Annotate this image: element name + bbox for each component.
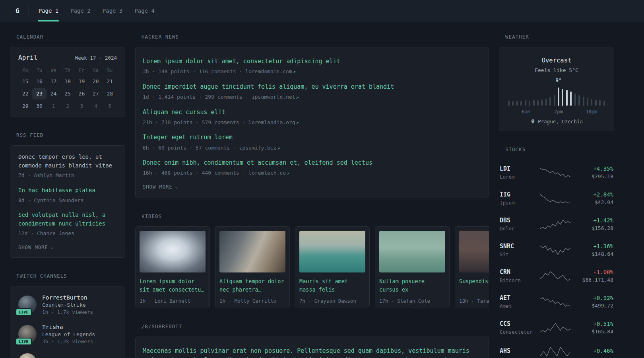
twitch-channel[interactable]: KendallCarr (18, 353, 117, 358)
calendar-weekday-row: MoTuWeThFrSaSu (18, 68, 117, 73)
stock-row[interactable]: DBS Dolor +1.42% $156.28 (500, 211, 613, 237)
hn-item-title[interactable]: Lorem ipsum dolor sit amet, consectetur … (143, 57, 481, 66)
video-title[interactable]: Lorem ipsum dolor sit amet consectetu… (140, 277, 206, 294)
channel-game: Counter-Strike (42, 302, 93, 308)
weather-bar (599, 100, 601, 106)
weather-bar (541, 99, 543, 106)
video-title[interactable]: Aliquam tempor dolor nec pharetra… (219, 277, 285, 294)
tab-page-4[interactable]: Page 4 (128, 0, 161, 21)
calendar-day: 23 (32, 88, 46, 99)
stock-values: +0.92% $499.72 (574, 295, 613, 309)
stock-name: Bitcorn (500, 277, 537, 283)
hn-item-title[interactable]: Donec imperdiet augue tincidunt felis al… (143, 82, 481, 91)
stock-values: +0.51% $165.84 (574, 321, 613, 335)
stock-price: $156.28 (574, 225, 613, 231)
stock-row[interactable]: AET Amet +0.92% $499.72 (500, 289, 613, 315)
hn-item-domain-link[interactable]: loremdomain.com↗ (245, 68, 296, 74)
calendar-day: 30 (32, 100, 46, 112)
hn-item-domain-link[interactable]: ipsumify.biz↗ (239, 145, 280, 151)
stock-symbol: AHS (500, 347, 537, 354)
weather-bar (533, 100, 535, 106)
stock-sparkline (540, 245, 570, 256)
weather-bar (549, 97, 551, 106)
stock-row[interactable]: IIG Ipsum +2.84% $42.04 (500, 185, 613, 211)
video-card[interactable]: Aliquam tempor dolor nec pharetra… 1h · … (215, 226, 290, 308)
hn-item-title[interactable]: Integer eget rutrum lorem (143, 133, 481, 142)
stock-name: Amet (500, 303, 537, 309)
channel-info: ForrestBurton Counter-Strike 1h · 1.7k v… (42, 294, 93, 315)
stock-price: $42.04 (574, 199, 613, 205)
twitch-channel[interactable]: LIVE ForrestBurton Counter-Strike 1h · 1… (18, 294, 117, 315)
calendar-day: 3 (75, 100, 89, 112)
stock-price: $148.64 (574, 251, 613, 257)
twitch-card: LIVE ForrestBurton Counter-Strike 1h · 1… (10, 286, 125, 358)
stock-sparkline (540, 346, 570, 357)
video-thumbnail[interactable] (379, 231, 445, 272)
video-card[interactable]: Mauris sit amet massa felis 7h · Grayson… (295, 226, 370, 308)
rss-show-more-button[interactable]: SHOW MORE ⌄ (18, 244, 54, 250)
stock-sparkline (540, 296, 570, 307)
stock-row[interactable]: CRN Bitcorn -1.00% $66,171.48 (500, 263, 613, 289)
stock-name: Ipsum (500, 200, 537, 206)
video-thumbnail[interactable] (459, 231, 489, 272)
center-column: HACKER NEWS Lorem ipsum dolor sit amet, … (135, 34, 489, 358)
weather-feels-like: Feels like 5°C (506, 67, 607, 73)
tab-page-1[interactable]: Page 1 (33, 0, 65, 21)
calendar-day: 27 (89, 88, 103, 99)
stock-sparkline (540, 193, 570, 204)
video-title[interactable]: Suspendisse diam (459, 277, 489, 294)
hn-item-domain-link[interactable]: loremtech.co↗ (248, 170, 289, 176)
hn-show-more-button[interactable]: SHOW MORE ⌄ (143, 184, 178, 190)
tab-page-3[interactable]: Page 3 (97, 0, 129, 21)
video-title[interactable]: Nullam posuere cursus ex (379, 277, 445, 294)
stock-row[interactable]: CCS Consectetur +0.51% $165.84 (500, 315, 613, 340)
live-badge: LIVE (16, 338, 32, 345)
video-meta: 7h · Grayson Dawson (299, 298, 365, 304)
stock-change: +0.51% (574, 321, 613, 327)
calendar-day: 4 (89, 100, 103, 112)
tab-page-2[interactable]: Page 2 (64, 0, 97, 21)
stock-row[interactable]: AHS +0.46% (500, 340, 613, 358)
weather-bar (525, 100, 526, 106)
weather-bar (570, 91, 572, 106)
weather-bar (587, 98, 588, 106)
stock-row[interactable]: SNRC Sit +1.36% $148.64 (500, 237, 613, 263)
stock-name: Dolor (500, 226, 537, 232)
video-thumbnail[interactable] (299, 231, 365, 272)
weather-hourly-chart: 9° 6am 2pm 10pm (506, 76, 607, 115)
video-thumbnail[interactable] (140, 231, 206, 272)
channel-name[interactable]: ForrestBurton (42, 294, 93, 301)
rss-item: Sed volutpat nulla nisl, a condimentum n… (18, 211, 117, 237)
show-more-label: SHOW MORE (143, 184, 172, 190)
video-card[interactable]: Nullam posuere cursus ex 17h · Stefan Co… (375, 226, 450, 308)
stock-change: +0.46% (574, 348, 613, 354)
stocks-widget: STOCKS LDI Lorem +4.35% $795.18 IIG (499, 146, 614, 358)
calendar-weekday: Sa (89, 68, 103, 73)
stock-row[interactable]: LDI Lorem +4.35% $795.18 (500, 160, 613, 185)
rss-item-title[interactable]: Donec tempor eros leo, ut commodo mauris… (18, 153, 117, 170)
hn-item-domain: ipsumworld.net (252, 94, 295, 100)
stock-id: AHS (500, 347, 537, 356)
channel-viewers: 3h · 1.2k viewers (42, 339, 95, 344)
channel-name[interactable]: Trisha (42, 324, 95, 330)
rss-widget: RSS FEED Donec tempor eros leo, ut commo… (10, 132, 125, 258)
external-link-icon: ↗ (296, 94, 299, 100)
video-title[interactable]: Mauris sit amet massa felis (299, 277, 365, 294)
video-card[interactable]: Lorem ipsum dolor sit amet consectetu… 1… (135, 226, 210, 308)
chevron-down-icon: ⌄ (175, 185, 178, 189)
hn-item-title[interactable]: Donec enim nibh, condimentum et accumsan… (143, 158, 481, 167)
rss-item-meta: 8d · Cynthia Saunders (18, 197, 117, 204)
rss-item-title[interactable]: In hac habitasse platea (18, 186, 117, 195)
reddit-post-title[interactable]: Maecenas mollis pulvinar erat non posuer… (143, 346, 481, 358)
home-logo[interactable]: G (10, 0, 26, 21)
page-tabs: Page 1 Page 2 Page 3 Page 4 (33, 0, 161, 21)
twitch-channel[interactable]: LIVE Trisha League of Legends 3h · 1.2k … (18, 324, 117, 344)
hn-item-domain-link[interactable]: loremlandia.org↗ (248, 119, 299, 125)
rss-item-title[interactable]: Sed volutpat nulla nisl, a condimentum n… (18, 211, 117, 228)
video-thumbnail[interactable] (219, 231, 285, 272)
weather-bars (508, 87, 605, 106)
video-card[interactable]: Suspendisse diam 18h · Tara (455, 226, 489, 308)
hn-item-domain-link[interactable]: ipsumworld.net↗ (252, 94, 299, 100)
hn-item-title[interactable]: Aliquam nec cursus elit (143, 108, 481, 117)
calendar-weekday: Th (60, 68, 74, 73)
